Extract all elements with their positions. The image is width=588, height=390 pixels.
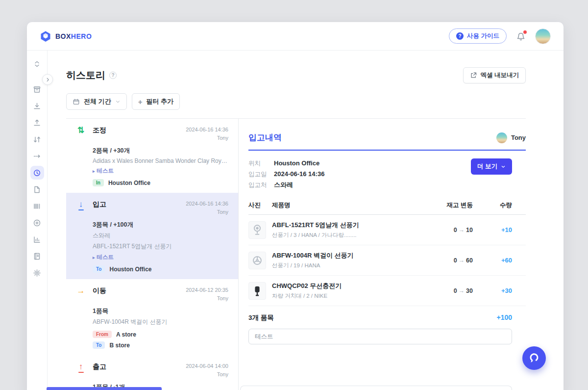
col-photo: 사진	[248, 201, 272, 209]
quantity: +60	[473, 257, 512, 264]
triangle-icon: ▸	[93, 255, 95, 260]
boxhero-logo-icon	[40, 30, 51, 42]
chat-bubble-icon	[527, 351, 541, 365]
product-name: ABFW-1004R 벽걸이 선풍기	[272, 251, 409, 260]
user-avatar[interactable]	[535, 28, 551, 44]
table-row[interactable]: ABFW-1004R 벽걸이 선풍기 선풍기 / 19 / HANA 0→60 …	[248, 245, 526, 276]
history-user: Tony	[217, 209, 228, 215]
history-memo[interactable]: ▸테스트	[93, 254, 228, 261]
history-meta: 2024-06-12 20:35 Tony	[186, 286, 228, 303]
stock-change: 0→30	[409, 287, 473, 294]
product-thumb	[248, 221, 266, 239]
filter-row: 전체 기간 + 필터 추가	[66, 93, 526, 110]
partial-bottom-input[interactable]	[240, 386, 512, 390]
app-window: BOXHERO ? 사용 가이드	[27, 22, 564, 390]
history-date: 2024-06-04 14:00	[186, 363, 228, 369]
adjust-type-icon: ⇅	[75, 126, 87, 186]
history-summary: 3품목 / +100개	[93, 221, 228, 229]
history-date: 2024-06-12 20:35	[186, 287, 228, 293]
document-icon	[33, 185, 41, 194]
sidebar-item-stock-in[interactable]	[30, 99, 44, 113]
stock-in-icon	[33, 102, 41, 110]
ledger-book-icon	[33, 252, 41, 260]
sidebar-item-history[interactable]	[30, 166, 44, 180]
title-help-icon[interactable]: ?	[109, 72, 117, 79]
sidebar-item-collapse[interactable]	[30, 57, 44, 71]
sidebar-item-documents[interactable]	[30, 182, 44, 196]
help-icon: ?	[456, 32, 464, 40]
history-user: Tony	[217, 135, 228, 141]
table-row[interactable]: ABFL-1521RT 5엽날개 선풍기 선풍기 / 3 / HANA / 가나…	[248, 215, 526, 245]
product-name: ABFL-1521RT 5엽날개 선풍기	[272, 221, 409, 230]
history-user: Tony	[217, 371, 228, 377]
add-filter-label: 필터 추가	[146, 97, 173, 106]
location-name: A store	[116, 331, 136, 338]
location-badge: In Houston Office	[93, 179, 228, 186]
sidebar-item-stock-out[interactable]	[30, 116, 44, 130]
history-meta: 2024-06-04 14:00 Tony	[186, 362, 228, 379]
col-change: 재고 변동	[409, 201, 473, 209]
table-footer: 3개 품목 +100	[248, 306, 526, 329]
car-charger-icon	[251, 285, 264, 297]
product-meta: 선풍기 / 3 / HANA / 가나다랑........	[272, 232, 409, 239]
brand-logo[interactable]: BOXHERO	[40, 30, 92, 42]
history-clock-icon	[33, 169, 41, 177]
calendar-icon	[73, 98, 80, 105]
chevron-down-icon	[501, 164, 506, 169]
sidebar-item-add[interactable]	[30, 216, 44, 230]
history-supplier: 스와레	[93, 232, 228, 240]
history-memo[interactable]: ▸테스트	[93, 167, 228, 175]
history-item-adjust[interactable]: ⇅ 조정 2024-06-16 14:36 Tony 2품목 / +30개 Ad…	[66, 119, 238, 193]
in-chip: In	[93, 179, 104, 186]
sidebar-item-barcode[interactable]	[30, 199, 44, 213]
app-body: 히스토리 ? 엑셀 내보내기 전체 기간 + 필터 추가	[27, 51, 564, 390]
usage-guide-button[interactable]: ? 사용 가이드	[449, 28, 507, 44]
add-filter-button[interactable]: + 필터 추가	[132, 93, 180, 110]
history-item-move[interactable]: → 이동 2024-06-12 20:35 Tony 1품목 ABFW-1004…	[66, 279, 238, 355]
sidebar-item-move[interactable]	[30, 149, 44, 163]
period-filter-label: 전체 기간	[84, 97, 111, 106]
col-name: 제품명	[272, 201, 409, 209]
sidebar-item-settings[interactable]	[30, 266, 44, 280]
more-button[interactable]: 더 보기	[471, 158, 512, 175]
add-circle-icon	[33, 219, 41, 227]
product-thumb	[248, 282, 266, 300]
history-product: ABFW-1004R 벽걸이 선풍기	[93, 318, 228, 326]
history-type: 출고	[93, 362, 106, 371]
location-badge: To Houston Office	[93, 265, 228, 273]
expand-sidebar-button[interactable]	[42, 74, 53, 85]
chevron-right-icon	[45, 77, 50, 82]
export-excel-button[interactable]: 엑셀 내보내기	[463, 67, 526, 83]
stock-in-type-icon: ↓	[75, 200, 87, 273]
sidebar-item-inventory[interactable]	[30, 82, 44, 96]
history-summary: 1품목	[93, 307, 228, 315]
product-thumb	[248, 252, 266, 269]
bottom-accent-bar	[47, 387, 162, 390]
sidebar-item-adjust[interactable]	[30, 132, 44, 146]
desktop: { "brand": { "name_box": "BOX", "name_he…	[0, 0, 588, 390]
history-item-stock-out[interactable]: ↑ 출고 2024-06-04 14:00 Tony 1품목 / -1개 모서리…	[66, 355, 238, 390]
memo-input[interactable]	[248, 329, 512, 344]
from-location-badge: From A store	[93, 331, 228, 338]
quantity: +30	[473, 287, 512, 294]
from-chip: From	[93, 331, 112, 338]
table-row[interactable]: CHWQCP02 무선충전기 차량 거치대 / 2 / NIKE 0→30 +3…	[248, 276, 526, 306]
stand-fan-icon	[251, 224, 264, 236]
sidebar-item-analytics[interactable]	[30, 233, 44, 246]
sidebar-item-ledger[interactable]	[30, 249, 44, 263]
stock-change: 0→10	[409, 227, 473, 234]
chat-button[interactable]	[522, 346, 546, 370]
period-filter-button[interactable]: 전체 기간	[66, 93, 127, 110]
to-chip: To	[93, 265, 105, 273]
more-label: 더 보기	[477, 162, 497, 171]
usage-guide-label: 사용 가이드	[467, 32, 499, 40]
quantity: +10	[473, 226, 512, 234]
history-summary: 2품목 / +30개	[93, 147, 228, 155]
plus-icon: +	[138, 98, 143, 106]
location-name: Houston Office	[109, 266, 151, 273]
info-row-supplier: 입고처 스와레	[248, 180, 512, 190]
detail-user-name: Tony	[511, 134, 526, 141]
notifications-button[interactable]	[515, 31, 526, 42]
stock-out-type-icon: ↑	[75, 362, 87, 390]
history-item-stock-in[interactable]: ↓ 입고 2024-06-16 14:36 Tony 3품목 / +100개 스…	[66, 193, 238, 279]
